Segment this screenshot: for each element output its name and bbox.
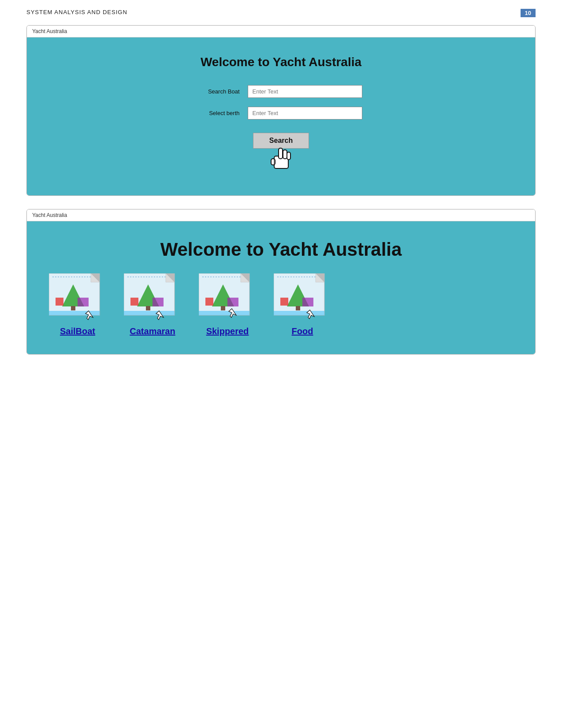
food-thumbnail	[274, 273, 331, 322]
skippered-thumbnail	[199, 273, 256, 322]
svg-rect-43	[274, 311, 324, 315]
category-items-row: SailBoat	[45, 273, 517, 336]
svg-rect-11	[78, 298, 89, 306]
search-boat-row: Search Boat	[200, 85, 362, 98]
screen1-titlebar: Yacht Australia	[27, 26, 535, 37]
page-number: 10	[521, 9, 536, 17]
sailboat-link[interactable]: SailBoat	[60, 326, 95, 336]
svg-rect-41	[302, 298, 313, 306]
screen2-window: Yacht Australia Welcome to Yacht Austral…	[26, 209, 536, 355]
svg-rect-42	[280, 298, 288, 306]
svg-rect-20	[146, 306, 150, 310]
food-link[interactable]: Food	[292, 326, 313, 336]
page-header: SYSTEM ANALYSIS AND DESIGN 10	[26, 9, 536, 17]
food-card: Food	[274, 273, 331, 336]
svg-rect-1	[279, 148, 283, 159]
svg-rect-32	[205, 298, 213, 306]
skippered-card: Skippered	[199, 273, 256, 336]
svg-rect-40	[296, 306, 300, 310]
svg-rect-23	[124, 311, 175, 315]
skippered-link[interactable]: Skippered	[206, 326, 249, 336]
select-berth-input[interactable]	[248, 107, 362, 119]
screen2-body: Welcome to Yacht Australia	[27, 221, 535, 354]
select-berth-label: Select berth	[200, 110, 240, 116]
sailboat-card: SailBoat	[49, 273, 106, 336]
screen2-welcome-text: Welcome to Yacht Australia	[45, 239, 517, 260]
screen1-welcome-text: Welcome to Yacht Australia	[45, 55, 517, 69]
svg-rect-13	[49, 311, 100, 315]
svg-rect-21	[153, 298, 164, 306]
screen1-window: Yacht Australia Welcome to Yacht Austral…	[26, 25, 536, 196]
svg-rect-2	[283, 150, 287, 159]
sailboat-thumbnail	[49, 273, 106, 322]
screen2-titlebar: Yacht Australia	[27, 209, 535, 221]
catamaran-thumbnail	[124, 273, 181, 322]
svg-rect-3	[287, 152, 290, 160]
svg-rect-12	[56, 298, 63, 306]
svg-rect-5	[271, 159, 275, 165]
svg-rect-22	[130, 298, 138, 306]
svg-rect-31	[227, 298, 238, 306]
svg-rect-10	[71, 306, 75, 310]
document-title: SYSTEM ANALYSIS AND DESIGN	[26, 9, 127, 15]
svg-rect-30	[221, 306, 225, 310]
cursor-icon	[270, 146, 293, 178]
select-berth-row: Select berth	[200, 107, 362, 119]
catamaran-link[interactable]: Catamaran	[130, 326, 175, 336]
catamaran-card: Catamaran	[124, 273, 181, 336]
svg-rect-33	[199, 311, 249, 315]
search-boat-label: Search Boat	[200, 88, 240, 95]
screen1-body: Welcome to Yacht Australia Search Boat S…	[27, 37, 535, 195]
search-boat-input[interactable]	[248, 85, 362, 98]
search-form: Search Boat Select berth Search	[45, 85, 517, 178]
